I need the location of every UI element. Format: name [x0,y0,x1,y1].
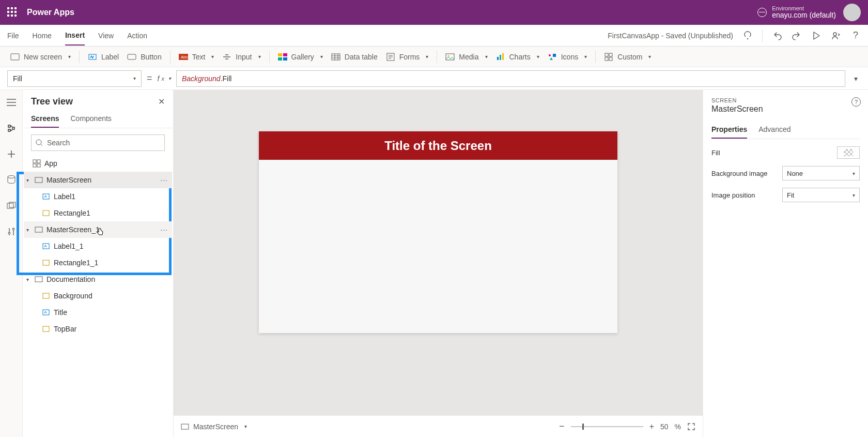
input-dropdown[interactable]: Input▾ [219,52,264,62]
new-screen-label: New screen [24,53,62,61]
tree-label: Rectangle1 [54,209,90,217]
share-icon[interactable] [831,31,841,41]
tree-label: Rectangle1_1 [54,259,98,267]
tree-label: App [44,159,57,168]
custom-dropdown[interactable]: Custom▾ [601,52,654,62]
canvas-area: Title of the Screen MasterScreen ▾ − + 5… [174,90,703,437]
more-icon[interactable]: ··· [160,225,168,234]
screen-selector[interactable]: MasterScreen ▾ [181,423,247,431]
tree-view-panel: Tree view ✕ Screens Components Search Ap… [23,90,174,437]
tree-view-icon[interactable] [5,122,18,134]
search-input[interactable]: Search [31,134,165,151]
add-icon[interactable] [5,148,18,160]
fill-color-picker[interactable] [837,146,860,159]
svg-rect-43 [43,326,49,331]
canvas-screen[interactable]: Title of the Screen [259,131,617,333]
formula-input[interactable]: Background.Fill [176,70,845,87]
help-icon[interactable]: ? [850,31,861,41]
svg-rect-8 [283,53,287,56]
media-icon [445,52,455,62]
menu-home[interactable]: Home [33,26,52,45]
tree-node-label1-1[interactable]: Label1_1 [24,238,172,254]
new-screen-button[interactable]: New screen▾ [7,52,74,62]
tree-node-label1[interactable]: Label1 [24,188,172,205]
insert-ribbon: New screen▾ Label Button AbcText▾ Input▾… [0,47,868,67]
screen-title-label[interactable]: Title of the Screen [259,131,617,160]
app-checker-icon[interactable] [742,31,753,41]
more-icon[interactable]: ··· [160,176,168,184]
forms-dropdown[interactable]: Forms▾ [383,52,432,62]
charts-dropdown[interactable]: Charts▾ [493,52,542,62]
gallery-dropdown[interactable]: Gallery▾ [275,52,326,62]
label-button[interactable]: Label [85,52,122,62]
screen-icon [34,275,43,284]
tree-node-app[interactable]: App [24,155,172,172]
tree-node-rectangle1-1[interactable]: Rectangle1_1 [24,254,172,271]
tab-components[interactable]: Components [70,110,111,128]
media-rail-icon[interactable] [5,200,18,212]
help-icon[interactable]: ? [851,97,861,107]
tree-label: Documentation [47,275,95,283]
fit-screen-icon[interactable] [687,423,695,431]
data-icon[interactable] [5,174,18,186]
menu-action[interactable]: Action [127,26,147,45]
property-dropdown[interactable]: Fill ▾ [7,70,142,87]
svg-point-24 [8,176,15,178]
tree-node-masterscreen1[interactable]: ▾ MasterScreen_1 ··· [24,221,172,238]
chevron-down-icon[interactable]: ▾ [24,177,31,183]
icons-dropdown[interactable]: Icons▾ [545,52,590,62]
property-name: Fill [13,74,22,83]
environment-picker[interactable]: Environment enayu.com (default) [757,5,836,19]
gallery-icon [278,52,287,62]
tree-label: Label1 [54,192,75,201]
zoom-slider[interactable] [571,426,643,427]
svg-rect-7 [278,53,282,56]
zoom-out-icon[interactable]: − [559,421,565,432]
text-dropdown[interactable]: AbcText▾ [176,52,218,62]
tree-node-background[interactable]: Background [24,288,172,304]
tree-node-documentation[interactable]: ▾ Documentation [24,271,172,288]
tree-node-title[interactable]: Title [24,304,172,321]
zoom-unit: % [675,423,681,431]
chevron-down-icon: ▾ [853,171,855,176]
close-icon[interactable]: ✕ [158,97,165,107]
svg-rect-21 [609,53,612,56]
imgpos-dropdown[interactable]: Fit▾ [782,188,860,202]
menu-view[interactable]: View [98,26,114,45]
tab-advanced[interactable]: Advanced [758,121,791,139]
formula-expand-icon[interactable]: ▾ [850,74,861,83]
properties-panel: SCREEN MasterScreen ? Properties Advance… [703,90,868,437]
app-launcher-icon[interactable] [7,7,18,18]
svg-rect-17 [502,53,504,60]
avatar[interactable] [843,4,861,21]
rectangle-icon [41,208,51,218]
redo-icon[interactable] [792,31,802,41]
tools-icon[interactable] [5,225,18,238]
hamburger-icon[interactable] [5,96,18,109]
tree-node-masterscreen[interactable]: ▾ MasterScreen ··· [24,172,172,188]
prop-fill-label: Fill [711,149,720,157]
rectangle-icon [41,258,51,267]
tab-properties[interactable]: Properties [711,121,747,139]
tree-node-topbar[interactable]: TopBar [24,321,172,337]
chevron-down-icon[interactable]: ▾ [24,277,31,282]
chevron-down-icon[interactable]: ▾ [24,227,31,233]
button-button[interactable]: Button [124,52,164,62]
equals-sign: = [147,73,152,84]
zoom-in-icon[interactable]: + [649,422,654,431]
fx-dropdown[interactable]: fx▾ [158,74,171,83]
undo-icon[interactable] [772,31,782,41]
bgimage-dropdown[interactable]: None▾ [782,166,860,180]
media-dropdown[interactable]: Media▾ [442,52,490,62]
svg-rect-30 [33,160,36,163]
tab-screens[interactable]: Screens [31,110,59,128]
svg-rect-4 [128,54,136,59]
label-icon [41,242,51,251]
menu-insert[interactable]: Insert [65,26,85,46]
menu-file[interactable]: File [7,26,19,45]
svg-rect-16 [500,55,501,60]
canvas-viewport[interactable]: Title of the Screen [174,90,703,415]
tree-node-rectangle1[interactable]: Rectangle1 [24,205,172,221]
play-icon[interactable] [811,31,822,41]
datatable-button[interactable]: Data table [328,52,381,62]
